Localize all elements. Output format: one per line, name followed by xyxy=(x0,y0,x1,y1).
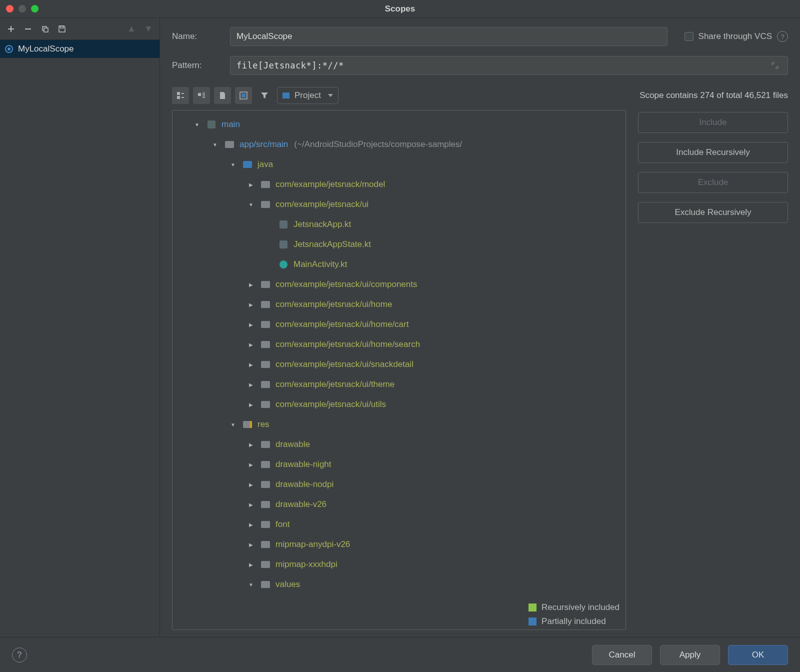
tree-row[interactable]: com/example/jetsnack/ui/theme xyxy=(172,374,626,394)
tree-row[interactable]: drawable xyxy=(172,434,626,454)
tree-label: MainActivity.kt xyxy=(294,260,347,270)
folder-icon xyxy=(260,480,270,489)
apply-button[interactable]: Apply xyxy=(660,645,720,665)
sidebar-item-scope[interactable]: MyLocalScope xyxy=(0,40,160,58)
sidebar-toolbar: ▲ ▼ xyxy=(0,18,160,40)
remove-scope-icon[interactable] xyxy=(21,22,35,36)
tree-arrow-icon[interactable] xyxy=(192,122,202,128)
folder-icon xyxy=(260,500,270,509)
share-vcs-checkbox[interactable] xyxy=(684,32,694,41)
tree-arrow-icon[interactable] xyxy=(246,282,256,288)
cancel-button[interactable]: Cancel xyxy=(592,645,652,665)
help-icon[interactable]: ? xyxy=(777,31,788,42)
tree-arrow-icon[interactable] xyxy=(246,502,256,508)
tree-row[interactable]: drawable-nodpi xyxy=(172,474,626,494)
tree-arrow-icon[interactable] xyxy=(246,362,256,368)
svg-rect-4 xyxy=(177,96,180,99)
tree-row[interactable]: mipmap-xxxhdpi xyxy=(172,554,626,574)
svg-rect-1 xyxy=(44,28,48,32)
tree-label: JetsnackApp.kt xyxy=(294,220,351,230)
tree-path-suffix: (~/AndroidStudioProjects/compose-samples… xyxy=(294,140,462,150)
folder-icon xyxy=(260,460,270,469)
folder-res-icon xyxy=(242,420,252,429)
folder-icon xyxy=(260,560,270,569)
name-input[interactable] xyxy=(230,27,668,46)
svg-rect-3 xyxy=(177,92,180,95)
tree-row[interactable]: main xyxy=(172,114,626,134)
tree-row[interactable]: java xyxy=(172,154,626,174)
tree-arrow-icon[interactable] xyxy=(246,202,256,208)
tree-arrow-icon[interactable] xyxy=(246,442,256,448)
tree-arrow-icon[interactable] xyxy=(246,562,256,568)
include-recursively-button[interactable]: Include Recursively xyxy=(638,142,788,163)
ok-button[interactable]: OK xyxy=(728,645,788,665)
folder-icon xyxy=(260,380,270,389)
tree-row[interactable]: com/example/jetsnack/ui/components xyxy=(172,274,626,294)
tree-arrow-icon[interactable] xyxy=(210,142,220,148)
svg-rect-5 xyxy=(198,93,201,96)
tree-row[interactable]: com/example/jetsnack/model xyxy=(172,174,626,194)
tree-row[interactable]: res xyxy=(172,414,626,434)
tree-row[interactable]: app/src/main(~/AndroidStudioProjects/com… xyxy=(172,134,626,154)
tree-label: com/example/jetsnack/ui/home/cart xyxy=(276,320,408,330)
tree-arrow-icon[interactable] xyxy=(246,542,256,548)
tree-label: com/example/jetsnack/ui xyxy=(276,200,368,210)
expand-icon[interactable] xyxy=(772,62,778,69)
tree-row[interactable]: drawable-night xyxy=(172,454,626,474)
tree-label: drawable-night xyxy=(276,460,332,470)
folder-icon xyxy=(260,520,270,529)
include-button[interactable]: Include xyxy=(638,112,788,133)
tree-row[interactable]: font xyxy=(172,514,626,534)
tree-arrow-icon[interactable] xyxy=(246,342,256,348)
legend: Recursively included Partially included xyxy=(528,602,620,626)
tree-arrow-icon[interactable] xyxy=(246,302,256,308)
add-scope-icon[interactable] xyxy=(4,22,18,36)
show-files-icon[interactable] xyxy=(214,87,231,104)
tree-label: app/src/main xyxy=(240,140,288,150)
tree-row[interactable]: com/example/jetsnack/ui/home/cart xyxy=(172,314,626,334)
tree-arrow-icon[interactable] xyxy=(246,582,256,588)
module-icon xyxy=(206,120,216,129)
file-tree[interactable]: mainapp/src/main(~/AndroidStudioProjects… xyxy=(172,110,626,630)
tree-arrow-icon[interactable] xyxy=(228,162,238,168)
tree-label: drawable-v26 xyxy=(276,500,326,510)
local-scope-icon xyxy=(5,45,13,53)
tree-arrow-icon[interactable] xyxy=(246,182,256,188)
tree-row[interactable]: MainActivity.kt xyxy=(172,254,626,274)
exclude-button[interactable]: Exclude xyxy=(638,172,788,193)
tree-row[interactable]: com/example/jetsnack/ui/snackdetail xyxy=(172,354,626,374)
filter-icon[interactable] xyxy=(256,87,273,104)
tree-collapse-icon[interactable] xyxy=(193,87,210,104)
tree-arrow-icon[interactable] xyxy=(246,402,256,408)
folder-blue-icon xyxy=(242,160,252,169)
tree-label: drawable xyxy=(276,440,310,450)
tree-row[interactable]: drawable-v26 xyxy=(172,494,626,514)
pattern-input[interactable]: file[Jetsnack*]:*//* xyxy=(230,56,788,75)
help-button[interactable]: ? xyxy=(12,648,27,662)
tree-row[interactable]: com/example/jetsnack/ui/home xyxy=(172,294,626,314)
tree-row[interactable]: JetsnackAppState.kt xyxy=(172,234,626,254)
tree-arrow-icon[interactable] xyxy=(228,422,238,428)
tree-row[interactable]: mipmap-anydpi-v26 xyxy=(172,534,626,554)
tree-row[interactable]: JetsnackApp.kt xyxy=(172,214,626,234)
exclude-recursively-button[interactable]: Exclude Recursively xyxy=(638,202,788,223)
tree-expand-icon[interactable] xyxy=(172,87,189,104)
tree-row[interactable]: com/example/jetsnack/ui/utils xyxy=(172,394,626,414)
share-vcs-label: Share through VCS xyxy=(698,32,772,42)
tree-row[interactable]: com/example/jetsnack/ui xyxy=(172,194,626,214)
tree-arrow-icon[interactable] xyxy=(246,482,256,488)
project-icon xyxy=(282,92,290,98)
show-included-only-icon[interactable] xyxy=(235,87,252,104)
save-scope-icon[interactable] xyxy=(55,22,69,36)
tree-arrow-icon[interactable] xyxy=(246,462,256,468)
tree-arrow-icon[interactable] xyxy=(246,382,256,388)
scope-type-select[interactable]: Project xyxy=(277,87,338,104)
copy-scope-icon[interactable] xyxy=(38,22,52,36)
scope-stats: Scope contains 274 of total 46,521 files xyxy=(640,90,788,100)
folder-icon xyxy=(260,300,270,309)
move-down-icon: ▼ xyxy=(142,22,156,36)
tree-arrow-icon[interactable] xyxy=(246,322,256,328)
tree-arrow-icon[interactable] xyxy=(246,522,256,528)
tree-row[interactable]: com/example/jetsnack/ui/home/search xyxy=(172,334,626,354)
tree-row[interactable]: values xyxy=(172,574,626,594)
